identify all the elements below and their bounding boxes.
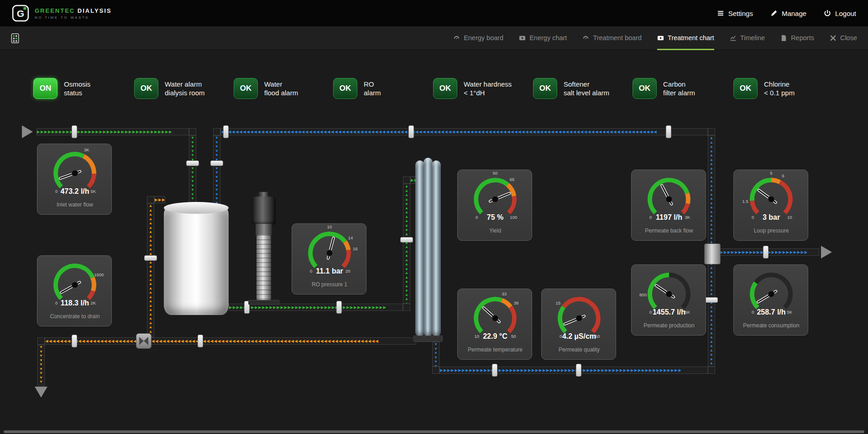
break-tank-top (164, 202, 229, 214)
tab-energy-board[interactable]: Energy board (453, 26, 503, 50)
tab-reports[interactable]: Reports (780, 26, 814, 50)
membrane-cylinder (432, 160, 441, 336)
gauge-permeate-quality: 01550 4.2 µS/cm Permeate quality (541, 289, 616, 360)
gauge-value: 258.7 l/h (734, 308, 809, 316)
tab-label: Treatment board (593, 34, 642, 41)
gauge-title: Concentrate to drain (37, 313, 112, 320)
tab-label: Energy chart (529, 34, 567, 41)
tab-timeline[interactable]: Timeline (730, 26, 765, 50)
gauge-title: RO pressure 1 (292, 281, 367, 288)
manage-button[interactable]: Manage (770, 10, 806, 17)
inlet-flow-arrow (22, 125, 33, 138)
pipe-recirc-stub: ▶▶▶ (154, 196, 165, 203)
pump-base (248, 300, 279, 305)
gauge-title: Permeate back flow (632, 227, 706, 234)
brand-name: GREENTEC DIALYSIS NO TIME TO WASTE (35, 7, 112, 20)
pipe-coupler (705, 297, 718, 303)
gauge-concentrate-to-drain: 015002K 118.3 l/h Concentrate to drain (37, 255, 112, 326)
membrane-cylinder (424, 158, 433, 336)
brand-tagline: NO TIME TO WASTE (35, 16, 112, 20)
pipe-coupler (763, 246, 769, 258)
gauge-permeate-temperature: 10333850 22.9 °C Permeate temperature (457, 289, 532, 360)
gauge-icon (582, 35, 589, 41)
gauge-value: 118.3 l/h (37, 299, 112, 307)
tab-label: Energy board (464, 34, 503, 41)
pipe-coupler (576, 364, 581, 377)
gauge-title: Permeate consumption (734, 322, 809, 329)
drain-flow-arrow (35, 387, 47, 398)
settings-button[interactable]: Settings (717, 10, 753, 17)
gauge-value: 3 bar (734, 213, 809, 222)
status-softener-salt-level[interactable]: OK Softener salt level alarm (533, 78, 609, 99)
tab-label: Timeline (740, 34, 765, 41)
svg-text:5: 5 (770, 171, 772, 176)
tab-close[interactable]: Close (830, 26, 857, 50)
gauge-title: Loop pressure (734, 227, 809, 234)
tab-energy-chart[interactable]: Energy chart (519, 26, 567, 50)
pipe-coupler (144, 255, 157, 261)
status-badge: OK (333, 78, 357, 99)
top-menu: Settings Manage Logout (717, 10, 856, 17)
status-osmosis[interactable]: ON Osmosis status (33, 78, 90, 99)
pipe-coupler (400, 237, 413, 243)
gauge-value: 75 % (458, 213, 533, 222)
close-icon (830, 35, 837, 41)
status-ro-alarm[interactable]: OK RO alarm (333, 78, 381, 99)
status-badge: OK (633, 78, 657, 99)
svg-text:33: 33 (502, 291, 507, 296)
menu-icon (717, 10, 724, 17)
status-label: Water alarm dialysis room (165, 80, 205, 98)
svg-text:3K: 3K (84, 147, 89, 152)
manage-label: Manage (782, 10, 806, 17)
tab-treatment-chart[interactable]: Treatment chart (657, 26, 714, 50)
pipe-coupler (210, 160, 223, 166)
svg-text:65: 65 (510, 177, 515, 182)
elbow-feed-riser-top (403, 176, 410, 184)
pipe-permeate-outlet: ▶▶▶▶▶▶▶▶▶▶▶▶▶▶▶▶▶▶▶▶▶▶▶▶ (720, 248, 819, 256)
svg-text:6: 6 (782, 173, 784, 178)
gauge-value: 4.2 µS/cm (542, 332, 617, 341)
status-water-hardness[interactable]: OK Water hardness < 1°dH (433, 78, 512, 99)
status-badge: ON (33, 78, 58, 99)
status-label: RO alarm (364, 80, 381, 98)
status-water-flood-alarm[interactable]: OK Water flood alarm (234, 78, 298, 99)
facility-icon[interactable] (11, 33, 19, 43)
gauge-title: Permeate quality (542, 346, 617, 353)
status-chlorine[interactable]: OK Chlorine < 0.1 ppm (733, 78, 795, 99)
pipe-concentrate-downpipe: ▼ ▼ ▼ ▼ ▼ ▼ ▼ ▼ ▼ ▼ (37, 345, 45, 386)
gauge-title: Inlet water flow (37, 202, 112, 208)
status-badge: OK (433, 78, 457, 99)
logout-label: Logout (835, 10, 856, 17)
pump-coupling (256, 224, 272, 236)
status-label: Water flood alarm (264, 80, 298, 98)
reports-icon (780, 35, 787, 41)
tab-treatment-board[interactable]: Treatment board (582, 26, 642, 50)
timeline-icon (730, 35, 737, 41)
status-carbon-filter[interactable]: OK Carbon filter alarm (633, 78, 695, 99)
tab-label: Reports (791, 34, 814, 41)
status-label: Carbon filter alarm (663, 80, 695, 98)
horizontal-scrollbar[interactable] (4, 430, 864, 433)
elbow-permeate-top-right (708, 128, 715, 135)
status-water-alarm-dialysis-room[interactable]: OK Water alarm dialysis room (134, 78, 205, 99)
svg-text:16: 16 (353, 246, 358, 251)
elbow-permeate-left (213, 128, 220, 135)
gauge-title: Permeate production (632, 322, 706, 329)
elbow-permeate-bottom-left (432, 367, 439, 374)
gauge-value: 473.2 l/h (37, 187, 112, 196)
status-badge: OK (234, 78, 258, 99)
status-label: Softener salt level alarm (564, 80, 609, 98)
gauge-icon (453, 35, 460, 41)
pipe-coupler (186, 160, 199, 166)
logout-button[interactable]: Logout (824, 10, 856, 17)
tab-bar: Energy board Energy chart Treatment boar… (0, 26, 868, 50)
gauge-permeate-back-flow: 03K 1197 l/h Permeate back flow (631, 170, 706, 241)
svg-text:800: 800 (639, 292, 647, 297)
elbow-recirc-top (147, 196, 154, 203)
gauge-yield: 05065100 75 % Yield (457, 170, 532, 241)
svg-text:1.5: 1.5 (743, 199, 748, 204)
status-badge: OK (533, 78, 557, 99)
svg-text:G: G (17, 8, 24, 19)
drain-valve[interactable] (136, 333, 152, 349)
svg-text:38: 38 (514, 300, 519, 305)
